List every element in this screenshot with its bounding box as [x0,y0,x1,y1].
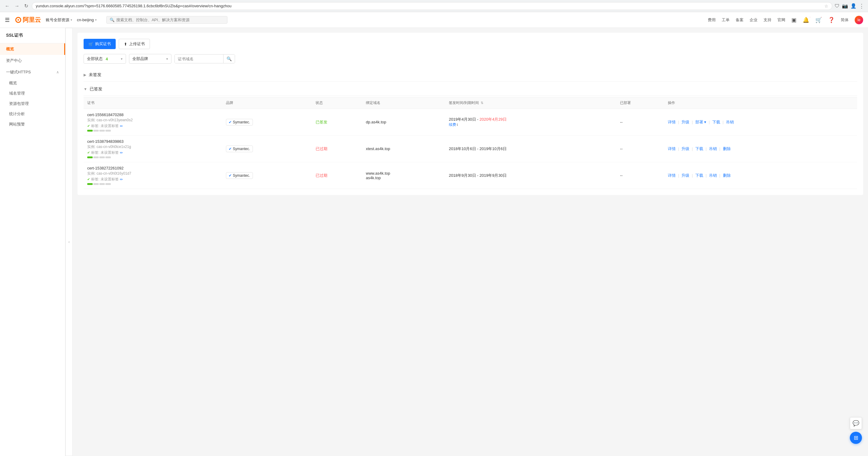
apps-button[interactable]: ⊞ [850,432,862,444]
action-吊销[interactable]: 吊销 [726,119,734,125]
action-吊销[interactable]: 吊销 [709,146,717,151]
sidebar-label-overview: 概览 [6,47,14,52]
date-start: 2019年4月30日 [449,117,476,121]
action-吊销[interactable]: 吊销 [709,173,717,178]
cart-icon[interactable]: 🛒 [815,17,822,23]
bookmark-icon[interactable]: ☆ [825,4,828,8]
label-dot-3 [99,183,105,185]
action-升级[interactable]: 升级 [681,119,689,125]
action-详情[interactable]: 详情 [668,173,676,178]
action-升级[interactable]: 升级 [681,173,689,178]
search-bar[interactable]: 🔍 [106,16,227,24]
sidebar-group-https-header[interactable]: 一键式HTTPS ∧ [0,66,65,78]
th-date[interactable]: 签发时间/到期时间 ⇅ [445,97,616,109]
status-filter[interactable]: 全部状态 4 ▾ [84,54,126,64]
brand-filter[interactable]: 全部品牌 ▾ [129,54,172,64]
action-sep: | [709,120,710,124]
cell-status-1: 已过期 [312,136,362,162]
tag-edit-icon[interactable]: ✏ [120,177,123,181]
cell-cert-0: cert-1556618470288 实例: cas-cn-v0h13yewn0… [84,109,222,136]
cert-label-bar [87,156,219,158]
more-icon[interactable]: ⋮ [859,3,864,9]
brand-badge: ✔ Symantec. [226,119,253,125]
date-start: 2018年10月6日 [449,146,476,151]
buy-cert-button[interactable]: 🛒 购买证书 [84,39,116,49]
cert-label-bar [87,183,219,185]
signed-toggle-icon: ▼ [84,87,87,91]
forward-button[interactable]: → [13,3,21,9]
sort-icon: ⇅ [480,101,484,105]
lang-label[interactable]: 简体 [841,17,848,23]
label-dot-1 [87,183,93,185]
th-deployed: 已部署 [616,97,664,109]
region-selector[interactable]: cn-beijing ▾ [77,18,97,22]
hamburger-button[interactable]: ☰ [5,17,10,23]
main-layout: SSL证书 概览 资产中心 一键式HTTPS ∧ 概览 域名管理 资源包管理 统… [0,28,868,456]
cell-date-2: 2018年9月30日 - 2019年9月30日 [445,162,616,189]
cert-instance: 实例: cas-cn-v0h0t16y01d7 [87,171,219,176]
browser-icons: 🛡 📷 👤 ⋮ [835,3,864,9]
filter-bar: 全部状态 4 ▾ 全部品牌 ▾ 🔍 [84,54,857,64]
domain-search[interactable]: 🔍 [175,54,235,63]
nav-ticket[interactable]: 工单 [722,17,730,23]
floating-buttons: 💬 ⊞ [850,417,862,444]
signed-section-header[interactable]: ▼ 已签发 [84,83,857,96]
action-删除[interactable]: 删除 [723,173,731,178]
th-actions: 操作 [664,97,857,109]
back-button[interactable]: ← [4,3,11,9]
nav-filing[interactable]: 备案 [736,17,744,23]
domain-search-input[interactable] [175,55,223,63]
action-删除[interactable]: 删除 [723,146,731,151]
cell-status-2: 已过期 [312,162,362,189]
sidebar-item-overview[interactable]: 概览 [0,44,65,55]
action-详情[interactable]: 详情 [668,119,676,125]
brand-badge: ✔ Symantec. [226,145,253,152]
account-label: 账号全部资源 [46,17,69,23]
domain-search-button[interactable]: 🔍 [223,55,235,63]
sidebar: SSL证书 概览 资产中心 一键式HTTPS ∧ 概览 域名管理 资源包管理 统… [0,28,65,456]
url-bar[interactable]: yundun.console.aliyun.com/?spm=5176.6660… [32,2,832,10]
domain-text: dp.as4k.top [366,120,386,124]
nav-official[interactable]: 官网 [777,17,785,23]
tag-edit-icon[interactable]: ✏ [120,151,123,155]
monitor-icon[interactable]: ▣ [792,17,797,23]
nav-enterprise[interactable]: 企业 [750,17,757,23]
sidebar-item-resource[interactable]: 资源包管理 [0,98,65,109]
sidebar-label-https: 一键式HTTPS [6,69,31,75]
label-dot-4 [105,183,111,185]
action-sep: | [692,146,693,151]
unsigned-section-header[interactable]: ▶ 未签发 [84,68,857,82]
tag-edit-icon[interactable]: ✏ [120,124,123,128]
sidebar-item-domain[interactable]: 域名管理 [0,88,65,98]
brand-filter-label: 全部品牌 [132,56,148,61]
action-详情[interactable]: 详情 [668,146,676,151]
sidebar-item-https-overview[interactable]: 概览 [0,78,65,88]
action-下载[interactable]: 下载 [712,119,720,125]
sidebar-item-assets[interactable]: 资产中心 [0,55,65,66]
search-input[interactable] [116,18,224,22]
sidebar-collapse-handle[interactable]: ‹ [65,28,73,456]
action-升级[interactable]: 升级 [681,146,689,151]
deployed-count: -- [620,120,623,124]
refresh-button[interactable]: ↻ [23,2,29,9]
chat-button[interactable]: 💬 [850,417,862,429]
avatar[interactable]: Ie [855,16,863,24]
account-selector[interactable]: 账号全部资源 ▾ [46,17,72,23]
bell-icon[interactable]: 🔔· [803,17,809,23]
sidebar-item-stats[interactable]: 统计分析 [0,109,65,119]
renew-link[interactable]: 续费 [449,122,456,127]
help-icon[interactable]: ❓ [828,17,835,23]
action-部署[interactable]: 部署 ▾ [695,119,707,125]
th-domain: 绑定域名 [362,97,445,109]
brand-name: Symantec. [233,120,250,124]
action-下载[interactable]: 下载 [695,146,703,151]
nav-support[interactable]: 支持 [764,17,771,23]
nav-fees[interactable]: 费用 [708,17,716,23]
toolbar: 🛒 购买证书 ⬆ 上传证书 [84,39,857,49]
sidebar-item-alert[interactable]: 网站预警 [0,119,65,130]
brand-badge: ✔ Symantec. [226,172,253,179]
upload-cert-button[interactable]: ⬆ 上传证书 [119,39,150,49]
nav-links: 费用 工单 备案 企业 支持 官网 ▣ 🔔· 🛒 ❓ 简体 Ie [708,16,863,24]
region-chevron: ▾ [95,18,97,22]
action-下载[interactable]: 下载 [695,173,703,178]
